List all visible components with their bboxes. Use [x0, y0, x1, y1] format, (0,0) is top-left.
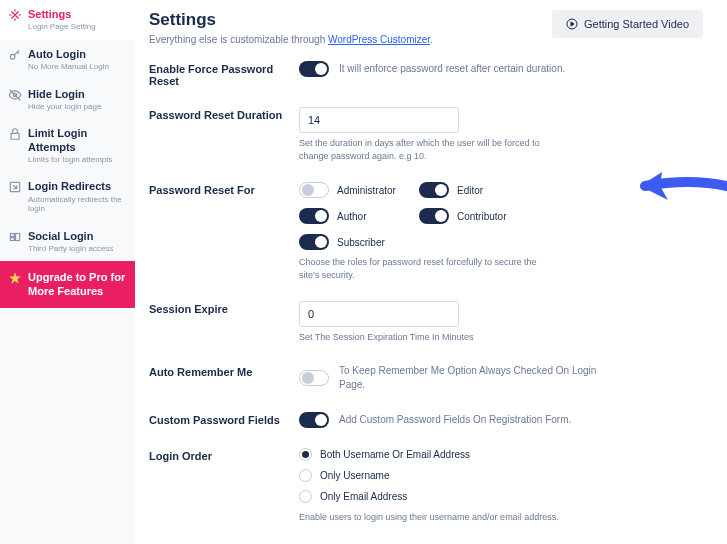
remember-label: Auto Remember Me — [149, 364, 299, 378]
login-order-email-radio[interactable] — [299, 490, 312, 503]
login-order-username-radio[interactable] — [299, 469, 312, 482]
svg-rect-4 — [10, 233, 14, 236]
main-content: Settings Everything else is customizable… — [135, 0, 727, 544]
role-label: Administrator — [337, 185, 396, 196]
role-administrator-toggle[interactable] — [299, 182, 329, 198]
role-label: Contributor — [457, 211, 506, 222]
sidebar: SettingsLogin Page Setting Auto LoginNo … — [0, 0, 135, 544]
sidebar-label: Auto Login — [28, 48, 109, 61]
play-icon — [566, 18, 578, 30]
sidebar-item-upgrade[interactable]: Upgrade to Pro for More Features — [0, 261, 135, 307]
login-order-label: Login Order — [149, 448, 299, 462]
role-author-toggle[interactable] — [299, 208, 329, 224]
sidebar-sub: Login Page Setting — [28, 22, 96, 32]
sidebar-item-hide-login[interactable]: Hide LoginHide your login page — [0, 80, 135, 120]
session-label: Session Expire — [149, 301, 299, 315]
custom-pw-label: Custom Password Fields — [149, 412, 299, 426]
custom-pw-desc: Add Custom Password Fields On Registrati… — [339, 413, 571, 427]
star-icon — [8, 271, 22, 285]
svg-rect-5 — [10, 237, 14, 240]
getting-started-video-button[interactable]: Getting Started Video — [552, 10, 703, 38]
eye-off-icon — [8, 88, 22, 102]
svg-point-0 — [10, 54, 15, 59]
sidebar-sub: Limits for login attempts — [28, 155, 127, 165]
key-icon — [8, 48, 22, 62]
duration-input[interactable] — [299, 107, 459, 133]
role-label: Editor — [457, 185, 483, 196]
sidebar-sub: Hide your login page — [28, 102, 101, 112]
page-title: Settings — [149, 10, 433, 30]
sidebar-item-login-redirects[interactable]: Login RedirectsAutomatically redirects t… — [0, 172, 135, 221]
radio-label: Both Username Or Email Address — [320, 449, 470, 460]
svg-rect-6 — [16, 233, 20, 240]
login-order-hint: Enable users to login using their userna… — [299, 511, 559, 524]
radio-label: Only Email Address — [320, 491, 407, 502]
sidebar-label: Social Login — [28, 230, 113, 243]
sidebar-item-settings[interactable]: SettingsLogin Page Setting — [0, 0, 135, 40]
sidebar-sub: Automatically redirects the login — [28, 195, 127, 214]
sidebar-item-social-login[interactable]: Social LoginThird Party login access — [0, 222, 135, 262]
force-reset-label: Enable Force Password Reset — [149, 61, 299, 87]
sidebar-label: Hide Login — [28, 88, 101, 101]
sidebar-sub: No More Manual Login — [28, 62, 109, 72]
sidebar-label: Limit Login Attempts — [28, 127, 127, 153]
sidebar-sub: Third Party login access — [28, 244, 113, 254]
redirect-icon — [8, 180, 22, 194]
sidebar-item-auto-login[interactable]: Auto LoginNo More Manual Login — [0, 40, 135, 80]
remember-toggle[interactable] — [299, 370, 329, 386]
social-icon — [8, 230, 22, 244]
role-subscriber-toggle[interactable] — [299, 234, 329, 250]
reset-for-label: Password Reset For — [149, 182, 299, 196]
customizer-link[interactable]: WordPress Customizer — [328, 34, 430, 45]
sidebar-label: Login Redirects — [28, 180, 127, 193]
sidebar-item-limit-login[interactable]: Limit Login AttemptsLimits for login att… — [0, 119, 135, 172]
page-desc: Everything else is customizable through … — [149, 34, 433, 45]
session-hint: Set The Session Expiration Time In Minut… — [299, 331, 559, 344]
custom-pw-toggle[interactable] — [299, 412, 329, 428]
role-editor-toggle[interactable] — [419, 182, 449, 198]
role-label: Subscriber — [337, 237, 385, 248]
login-order-both-radio[interactable] — [299, 448, 312, 461]
force-reset-desc: It will enforce password reset after cer… — [339, 62, 565, 76]
upgrade-label: Upgrade to Pro for More Features — [28, 271, 127, 297]
duration-label: Password Reset Duration — [149, 107, 299, 121]
role-label: Author — [337, 211, 366, 222]
reset-for-hint: Choose the roles for password reset forc… — [299, 256, 559, 281]
svg-rect-2 — [11, 134, 19, 140]
sidebar-label: Settings — [28, 8, 96, 21]
radio-label: Only Username — [320, 470, 389, 481]
lock-icon — [8, 127, 22, 141]
remember-desc: To Keep Remember Me Option Always Checke… — [339, 364, 599, 392]
force-reset-toggle[interactable] — [299, 61, 329, 77]
role-contributor-toggle[interactable] — [419, 208, 449, 224]
settings-icon — [8, 8, 22, 22]
session-input[interactable] — [299, 301, 459, 327]
duration-hint: Set the duration in days after which the… — [299, 137, 559, 162]
